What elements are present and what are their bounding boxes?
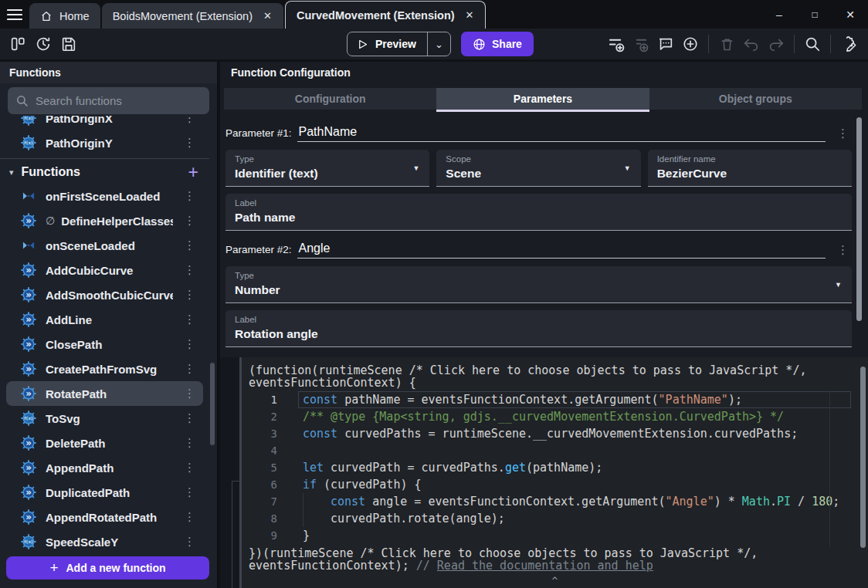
sidebar-item-onfirstsceneloaded[interactable]: onFirstSceneLoaded⋮	[6, 184, 203, 208]
item-menu-icon[interactable]: ⋮	[181, 263, 198, 277]
tab-object-groups[interactable]: Object groups	[649, 88, 862, 110]
item-menu-icon[interactable]: ⋮	[181, 485, 198, 499]
sidebar-item-closepath[interactable]: »ClosePath⋮	[6, 332, 203, 357]
sidebar-item-definehelperclasses[interactable]: »∅DefineHelperClasses⋮	[6, 208, 203, 233]
sidebar-item-appendrotatedpath[interactable]: »AppendRotatedPath⋮	[6, 505, 203, 529]
collapse-event-icon[interactable]: ^	[242, 575, 868, 586]
item-menu-icon[interactable]: ⋮	[181, 387, 198, 400]
code-scrollbar[interactable]	[860, 367, 866, 548]
add-subevent-icon[interactable]	[629, 32, 653, 56]
preview-dropdown-button[interactable]: ⌄	[427, 32, 450, 56]
sidebar-item-addline[interactable]: »AddLine⋮	[6, 307, 203, 332]
code-line-8[interactable]: 8curvedPath.rotate(angle);	[242, 510, 868, 527]
code-line-6[interactable]: 6if (curvedPath) {	[242, 476, 868, 493]
sidebar-item-speedscaley[interactable]: f(x)SpeedScaleY⋮	[6, 529, 203, 554]
search-functions-input[interactable]	[36, 94, 202, 107]
field-type[interactable]: TypeNumber▼	[225, 266, 852, 303]
sidebar-item-onsceneloaded[interactable]: onSceneLoaded⋮	[6, 233, 203, 258]
sidebar-item-rotatepath[interactable]: »RotatePath⋮	[6, 381, 203, 406]
share-button[interactable]: Share	[461, 32, 534, 56]
section-collapse-icon[interactable]: ▾	[9, 167, 14, 177]
item-menu-icon[interactable]: ⋮	[181, 189, 198, 203]
field-label[interactable]: LabelRotation angle	[225, 310, 852, 347]
svg-text:f(x): f(x)	[24, 116, 33, 120]
item-menu-icon[interactable]: ⋮	[181, 238, 198, 252]
maximize-icon[interactable]: □	[797, 0, 832, 29]
redo-icon[interactable]	[765, 32, 788, 56]
item-menu-icon[interactable]: ⋮	[181, 436, 198, 450]
field-scope[interactable]: ScopeScene▼	[436, 150, 640, 187]
item-menu-icon[interactable]: ⋮	[181, 510, 198, 524]
titlebar-tab-curvedmovement-extension[interactable]: CurvedMovement (Extension)✕	[285, 1, 487, 29]
item-menu-icon[interactable]: ⋮	[181, 337, 198, 351]
section-label[interactable]: Functions	[22, 165, 181, 179]
add-event-icon[interactable]	[605, 32, 628, 56]
documentation-link[interactable]: Read the documentation and help	[437, 559, 653, 573]
parameter-fields: TypeNumber▼LabelRotation angle	[225, 266, 852, 347]
sidebar-item-addsmoothcubiccurve[interactable]: »AddSmoothCubicCurve⋮	[6, 282, 203, 307]
sidebar-item-duplicatedpath[interactable]: »DuplicatedPath⋮	[6, 480, 203, 505]
close-tab-icon[interactable]: ✕	[263, 8, 273, 23]
code-line-9[interactable]: 9}	[242, 527, 868, 544]
close-tab-icon[interactable]: ✕	[465, 8, 475, 22]
history-icon[interactable]	[32, 32, 55, 56]
parameter-name-input[interactable]: PathName	[297, 125, 826, 142]
field-value: Path name	[235, 211, 295, 225]
item-menu-icon[interactable]: ⋮	[181, 116, 198, 125]
sidebar-item-createpathfromsvg[interactable]: »CreatePathFromSvg⋮	[6, 357, 203, 381]
tab-parameters[interactable]: Parameters	[436, 88, 649, 110]
parameters-scrollbar[interactable]	[856, 117, 862, 321]
code-line-1[interactable]: 1const pathName = eventsFunctionContext.…	[242, 391, 868, 408]
field-identifier-name[interactable]: Identifier nameBezierCurve	[648, 150, 852, 187]
sidebar-item-appendpath[interactable]: »AppendPath⋮	[6, 455, 203, 480]
item-menu-icon[interactable]: ⋮	[181, 411, 198, 425]
configuration-tabs: ConfigurationParametersObject groups	[224, 88, 862, 110]
item-menu-icon[interactable]: ⋮	[181, 136, 198, 150]
code-line-3[interactable]: 3const curvedPaths = runtimeScene.__curv…	[242, 425, 868, 442]
search-functions-box[interactable]	[8, 87, 209, 114]
svg-text:»: »	[25, 339, 32, 350]
code-wrapper-header[interactable]: (function(runtimeScene /* Click here to …	[242, 357, 868, 389]
main-menu-icon[interactable]	[0, 0, 29, 29]
add-new-function-button[interactable]: + Add a new function	[6, 556, 209, 580]
parameter-menu-icon[interactable]: ⋮	[835, 127, 852, 142]
sidebar-item-addcubiccurve[interactable]: »AddCubicCurve⋮	[6, 258, 203, 282]
sidebar-item-pathoriginy[interactable]: f(x)PathOriginY⋮	[6, 130, 203, 155]
delete-icon[interactable]	[715, 32, 738, 56]
sidebar-item-tosvg[interactable]: f(x)ToSvg⋮	[6, 406, 203, 431]
code-line-2[interactable]: 2/** @type {Map<string, gdjs.__curvedMov…	[242, 408, 868, 425]
sidebar-scrollbar[interactable]	[210, 363, 215, 445]
minimize-icon[interactable]: –	[761, 0, 797, 29]
close-icon[interactable]: ✕	[832, 0, 868, 29]
code-line-5[interactable]: 5let curvedPath = curvedPaths.get(pathNa…	[242, 459, 868, 476]
field-label[interactable]: LabelPath name	[225, 194, 852, 231]
field-type[interactable]: TypeIdentifier (text)▼	[225, 150, 429, 187]
parameter-menu-icon[interactable]: ⋮	[835, 243, 852, 259]
tab-configuration[interactable]: Configuration	[224, 88, 436, 110]
search-icon[interactable]	[801, 32, 824, 56]
item-menu-icon[interactable]: ⋮	[181, 535, 198, 549]
add-circle-icon[interactable]	[679, 32, 702, 56]
item-menu-icon[interactable]: ⋮	[181, 313, 198, 326]
add-comment-icon[interactable]	[654, 32, 677, 56]
titlebar-tab-home[interactable]: Home	[29, 3, 100, 29]
add-function-icon[interactable]: +	[188, 164, 198, 180]
edit-extension-icon[interactable]	[837, 32, 860, 56]
code-line-4[interactable]: 4	[242, 442, 868, 459]
window-controls: – □ ✕	[761, 0, 868, 29]
item-menu-icon[interactable]: ⋮	[181, 288, 198, 302]
sidebar-item-pathoriginx[interactable]: f(x)PathOriginX⋮	[6, 116, 203, 130]
titlebar-tab-boidsmovement-extension[interactable]: BoidsMovement (Extension)✕	[102, 3, 283, 29]
parameter-name-input[interactable]: Angle	[297, 242, 826, 259]
item-menu-icon[interactable]: ⋮	[181, 362, 198, 376]
code-editor[interactable]: (function(runtimeScene /* Click here to …	[242, 357, 868, 588]
item-menu-icon[interactable]: ⋮	[181, 214, 198, 228]
save-icon[interactable]	[57, 32, 80, 56]
sidebar-item-deletepath[interactable]: »DeletePath⋮	[6, 431, 203, 455]
preview-button[interactable]: Preview	[348, 32, 427, 56]
toolbar-divider	[708, 35, 709, 53]
undo-icon[interactable]	[740, 32, 763, 56]
item-menu-icon[interactable]: ⋮	[181, 461, 198, 475]
panels-icon[interactable]	[6, 32, 29, 56]
code-line-7[interactable]: 7const angle = eventsFunctionContext.get…	[242, 493, 868, 510]
